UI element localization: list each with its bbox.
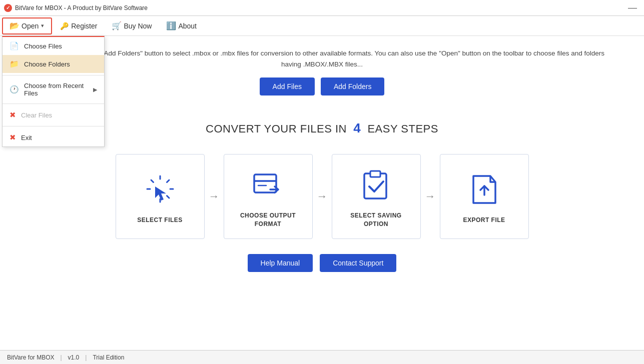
- steps-row: SELECT FILES → CHOO: [116, 154, 529, 239]
- svg-marker-7: [155, 186, 166, 200]
- select-files-icon: [140, 169, 180, 211]
- cart-icon: 🛒: [112, 22, 121, 30]
- step-1-label: SELECT FILES: [137, 216, 183, 224]
- svg-line-5: [167, 196, 169, 198]
- step-4-label: EXPORT FILE: [463, 216, 505, 224]
- arrow-1: →: [209, 190, 220, 203]
- close-button[interactable]: —: [625, 2, 640, 14]
- dropdown-choose-folders[interactable]: 📁 Choose Folders: [3, 55, 104, 73]
- menu-about[interactable]: ℹ️ About: [159, 18, 204, 34]
- steps-title: CONVERT YOUR FILES IN 4 EASY STEPS: [206, 120, 438, 136]
- step-4-card: EXPORT FILE: [440, 154, 529, 239]
- step-3-label: SELECT SAVING OPTION: [350, 212, 401, 228]
- add-folders-button[interactable]: Add Folders: [321, 78, 384, 96]
- steps-title-number: 4: [353, 120, 361, 136]
- menu-open-label: Open: [22, 22, 39, 30]
- export-file-icon: [464, 169, 504, 211]
- menu-about-label: About: [178, 22, 197, 30]
- app-title: BitVare for MBOX - A Product by BitVare …: [15, 4, 148, 12]
- menu-buynow[interactable]: 🛒 Buy Now: [105, 18, 159, 34]
- menu-bar: 📂 Open ▾ 🔑 Register 🛒 Buy Now ℹ️ About 📄…: [0, 16, 644, 36]
- menu-buynow-label: Buy Now: [124, 22, 152, 30]
- dropdown-exit[interactable]: ✖ Exit: [3, 128, 104, 146]
- choose-recent-label: Choose from Recent Files: [24, 82, 88, 97]
- choose-format-icon: [248, 164, 288, 206]
- arrow-3: →: [425, 190, 436, 203]
- dropdown-clear-files[interactable]: ✖ Clear Files: [3, 106, 104, 124]
- svg-line-4: [151, 180, 154, 182]
- status-version: v1.0: [68, 354, 80, 361]
- contact-support-button[interactable]: Contact Support: [320, 254, 396, 272]
- dropdown-choose-files[interactable]: 📄 Choose Files: [3, 37, 104, 55]
- arrow-right-icon: ▶: [93, 86, 97, 93]
- menu-register[interactable]: 🔑 Register: [52, 18, 105, 34]
- select-saving-icon: [356, 164, 396, 206]
- menu-register-label: Register: [71, 22, 97, 30]
- folder-icon: 📁: [10, 60, 19, 68]
- clear-icon: ✖: [10, 110, 16, 120]
- status-separator-1: |: [60, 354, 62, 361]
- menu-open[interactable]: 📂 Open ▾: [2, 18, 52, 34]
- step-2-card: CHOOSE OUTPUT FORMAT: [224, 154, 313, 239]
- divider-3: [3, 126, 104, 126]
- file-icon: 📄: [10, 42, 19, 50]
- open-folder-icon: 📂: [10, 22, 19, 30]
- title-bar: ✓ BitVare for MBOX - A Product by BitVar…: [0, 0, 644, 16]
- exit-label: Exit: [21, 134, 32, 142]
- help-manual-button[interactable]: Help Manual: [248, 254, 313, 272]
- chevron-down-icon: ▾: [41, 22, 44, 29]
- step-1-card: SELECT FILES: [116, 154, 205, 239]
- svg-rect-13: [370, 171, 380, 177]
- arrow-2: →: [317, 190, 328, 203]
- description-text: Use "Add Files" and "Add Folders" button…: [30, 48, 614, 70]
- steps-title-suffix: EASY STEPS: [367, 122, 438, 135]
- action-buttons: Add Files Add Folders: [30, 78, 614, 96]
- status-app-name: BitVare for MBOX: [7, 354, 54, 361]
- divider-1: [3, 75, 104, 76]
- app-icon: ✓: [4, 4, 12, 12]
- exit-icon: ✖: [10, 133, 16, 142]
- status-separator-2: |: [85, 354, 87, 361]
- recent-icon: 🕐: [10, 85, 19, 94]
- steps-title-prefix: CONVERT YOUR FILES IN: [206, 122, 347, 135]
- choose-files-label: Choose Files: [24, 42, 62, 50]
- divider-2: [3, 104, 104, 104]
- status-bar: BitVare for MBOX | v1.0 | Trial Edition: [0, 350, 644, 364]
- open-dropdown: 📄 Choose Files 📁 Choose Folders 🕐 Choose…: [2, 36, 105, 147]
- choose-folders-label: Choose Folders: [24, 60, 70, 68]
- svg-line-6: [167, 180, 169, 182]
- clear-files-label: Clear Files: [21, 112, 52, 119]
- step-3-card: SELECT SAVING OPTION: [332, 154, 421, 239]
- add-files-button[interactable]: Add Files: [260, 78, 315, 96]
- info-icon: ℹ️: [167, 22, 176, 30]
- status-edition: Trial Edition: [93, 354, 124, 361]
- step-2-label: CHOOSE OUTPUT FORMAT: [240, 212, 296, 228]
- key-icon: 🔑: [60, 22, 69, 30]
- footer-buttons: Help Manual Contact Support: [248, 254, 397, 272]
- dropdown-choose-recent[interactable]: 🕐 Choose from Recent Files ▶: [3, 78, 104, 102]
